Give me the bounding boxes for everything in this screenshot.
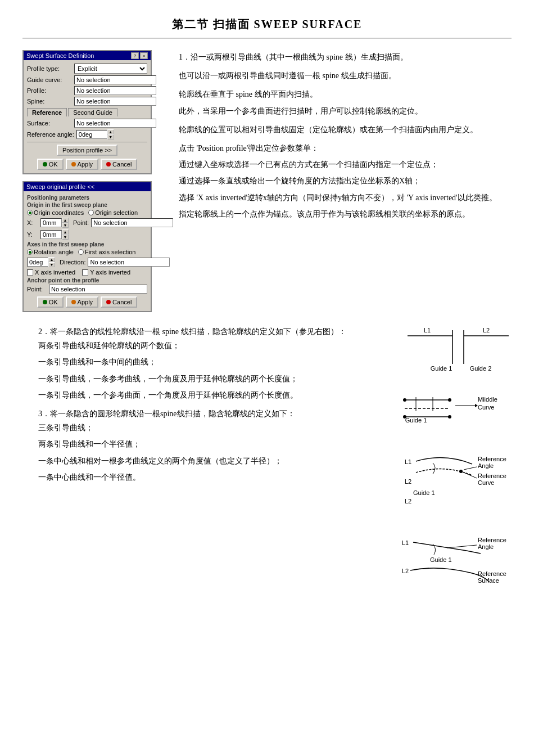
- anchor-point-label: Point:: [27, 286, 47, 292]
- y-axis-inverted-checkbox[interactable]: Y axis inverted: [82, 269, 130, 276]
- ok-button-1[interactable]: OK: [37, 159, 64, 170]
- anchor-point-input[interactable]: [49, 285, 147, 294]
- apply-button-2[interactable]: Apply: [66, 296, 99, 308]
- para15-4: 一条中心曲线和一个半径值。: [38, 470, 388, 484]
- svg-text:L2: L2: [402, 568, 409, 574]
- surface-input[interactable]: [74, 119, 156, 128]
- svg-text:Guide 2: Guide 2: [470, 365, 492, 372]
- svg-text:Curve: Curve: [478, 479, 494, 486]
- dialog1-title: Swept Surface Definition ? ×: [24, 51, 151, 60]
- profile-type-select[interactable]: Explicit: [74, 64, 147, 74]
- y-spin-down[interactable]: ▼: [62, 235, 69, 240]
- help-button[interactable]: ?: [131, 52, 139, 59]
- apply-button-1[interactable]: Apply: [66, 159, 99, 170]
- x-spin-up[interactable]: ▲: [62, 218, 69, 223]
- guide-curve-label: Guide curve:: [27, 76, 72, 83]
- diagram1: L1 L2 Guide 1 Guide 2: [399, 325, 512, 377]
- para10: 指定轮廓线上的一个点作为锚点。该点用于作为与该轮廓线相关联的坐标系的原点。: [179, 207, 512, 221]
- para5: 轮廓线的位置可以相对引导曲线固定（定位轮廓线）或在第一个扫描面内由用户定义。: [163, 123, 512, 137]
- cancel-button-2[interactable]: Cancel: [101, 296, 137, 308]
- para11-title: 2．将一条隐含的线性轮廓线沿一根 spine 线扫描，隐含轮廓线的定义如下（参见…: [22, 325, 388, 339]
- ref-angle-input[interactable]: [76, 130, 107, 139]
- svg-text:Miiddle: Miiddle: [478, 396, 497, 403]
- profile-input[interactable]: [74, 86, 156, 95]
- svg-text:Angle: Angle: [478, 462, 494, 469]
- spin-down[interactable]: ▼: [107, 134, 114, 140]
- diagram3: L1 L2 Reference Angle Reference Curve: [399, 436, 512, 511]
- x-input[interactable]: [40, 218, 62, 227]
- positioning-parameters-label: Positioning parameters: [27, 195, 147, 201]
- anchor-section-label: Anchor point on the profile: [27, 277, 147, 284]
- dialog2-buttons: OK Apply Cancel: [27, 296, 147, 308]
- angle-input[interactable]: [27, 258, 48, 267]
- y-input[interactable]: [40, 230, 62, 239]
- direction-label: Direction:: [60, 259, 85, 266]
- spine-input[interactable]: [74, 97, 156, 106]
- svg-point-9: [403, 398, 406, 402]
- spin-buttons: ▲ ▼: [107, 129, 114, 140]
- dialog1-buttons: OK Apply Cancel: [27, 159, 147, 170]
- para1: 1．沿一或两根引导曲线（其中一根曲线为 spine 线）生成扫描面。: [163, 50, 512, 64]
- svg-text:Curve: Curve: [478, 404, 494, 411]
- svg-line-39: [447, 545, 477, 548]
- svg-line-35: [467, 551, 481, 554]
- para15-title: 3．将一条隐含的圆形轮廓线沿一根spine线扫描，隐含轮廓线的定义如下：: [22, 407, 388, 421]
- left-column: Swept Surface Definition ? × Profile typ…: [22, 50, 152, 319]
- close-button[interactable]: ×: [140, 52, 148, 59]
- position-profile-button[interactable]: Position profile >>: [57, 145, 117, 156]
- svg-text:L2: L2: [405, 478, 411, 485]
- guide-curve-input[interactable]: [74, 75, 156, 84]
- svg-text:Reference: Reference: [478, 570, 506, 577]
- para7: 通过键入坐标或选择一个已有点的方式在第一个扫描面内指定一个定位点；: [179, 158, 512, 172]
- y-spin-up[interactable]: ▲: [62, 230, 69, 235]
- svg-line-27: [464, 467, 477, 470]
- svg-line-30: [464, 472, 477, 478]
- spine-label: Spine:: [27, 98, 72, 105]
- tab-row: Reference Second Guide: [27, 108, 147, 116]
- spin-up[interactable]: ▲: [107, 129, 114, 134]
- origin-section-label: Origin in the first sweep plane: [27, 202, 147, 208]
- tab-reference[interactable]: Reference: [27, 108, 67, 116]
- first-axis-radio[interactable]: First axis selection: [78, 249, 135, 255]
- para3: 轮廓线在垂直于 spine 线的平面内扫描。: [179, 87, 512, 101]
- tab-second-guide[interactable]: Second Guide: [68, 108, 117, 116]
- diagram2-svg: Guide 1 Miiddle Curve: [399, 386, 517, 425]
- right-column: 1．沿一或两根引导曲线（其中一根曲线为 spine 线）生成扫描面。 也可以沿一…: [163, 50, 512, 319]
- cancel-button-1[interactable]: Cancel: [101, 159, 137, 170]
- para6: 点击 'Position profile'弹出定位参数菜单：: [179, 141, 512, 155]
- ref-angle-spin: ▲ ▼: [76, 129, 114, 140]
- y-label: Y:: [27, 231, 38, 238]
- origin-coordinates-radio[interactable]: Origin coordinates: [27, 209, 84, 216]
- surface-label: Surface:: [27, 120, 72, 127]
- svg-text:L1: L1: [402, 539, 409, 546]
- x-axis-inverted-checkbox[interactable]: X axis inverted: [27, 269, 75, 276]
- angle-spin-down[interactable]: ▼: [48, 262, 55, 267]
- lower-section: 2．将一条隐含的线性轮廓线沿一根 spine 线扫描，隐含轮廓线的定义如下（参见…: [22, 325, 512, 595]
- para15-2: 两条引导曲线和一个半径值；: [38, 437, 388, 451]
- svg-text:Guide 1: Guide 1: [413, 489, 435, 496]
- diagram1-svg: L1 L2 Guide 1 Guide 2: [399, 325, 517, 375]
- x-spin-down[interactable]: ▼: [62, 223, 69, 228]
- para11-sub: 两条引导曲线和延伸轮廓线的两个数值；: [38, 339, 388, 353]
- svg-text:Guide 1: Guide 1: [431, 365, 452, 372]
- para4: 此外，当采用一个参考曲面进行扫描时，用户可以控制轮廓线的定位。: [163, 104, 512, 118]
- origin-selection-radio[interactable]: Origin selection: [88, 209, 138, 216]
- svg-point-24: [459, 470, 463, 473]
- diagram4-svg: L1 Guide 1 Reference Angle L2 Reference …: [399, 520, 517, 593]
- rotation-angle-radio[interactable]: Rotation angle: [27, 249, 74, 255]
- diagrams: L1 L2 Guide 1 Guide 2: [399, 325, 512, 595]
- angle-spin-up[interactable]: ▲: [48, 257, 55, 262]
- svg-line-34: [413, 542, 467, 551]
- para14: 一条引导曲线，一个参考曲面，一个角度及用于延伸轮廓线的两个长度值。: [38, 388, 388, 402]
- dialog-sweep-original: Sweep original profile << Positioning pa…: [22, 181, 152, 312]
- page-title: 第二节 扫描面 SWEEP SURFACE: [22, 17, 512, 39]
- svg-text:L1: L1: [424, 327, 431, 334]
- x-spin: ▲ ▼: [40, 218, 69, 228]
- point-input[interactable]: [91, 218, 173, 227]
- dialog1-title-buttons: ? ×: [131, 52, 148, 59]
- ok-button-2[interactable]: OK: [37, 296, 64, 308]
- svg-text:Angle: Angle: [478, 543, 494, 550]
- direction-input[interactable]: [88, 258, 170, 267]
- x-label: X:: [27, 219, 38, 226]
- dialog2-title: Sweep original profile <<: [24, 182, 151, 191]
